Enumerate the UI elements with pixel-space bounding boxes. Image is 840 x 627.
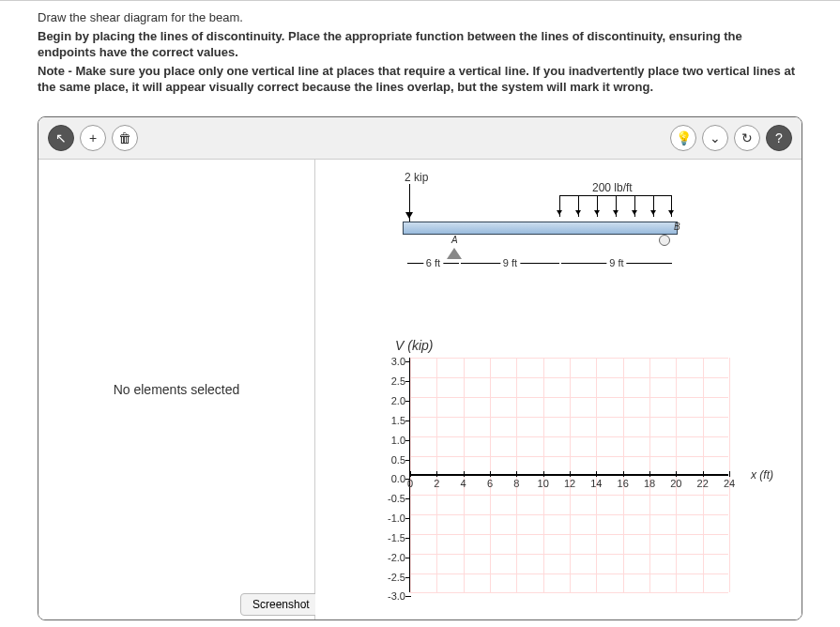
dropdown-button[interactable]: ⌄ xyxy=(702,125,728,151)
y-tick-label: -3.0 xyxy=(379,590,405,602)
support-a-label: A xyxy=(451,235,458,245)
y-tick-label: 2.5 xyxy=(379,375,405,387)
instruction-line-2: Begin by placing the lines of discontinu… xyxy=(38,29,802,61)
point-load-label: 2 kip xyxy=(405,171,428,184)
point-load-arrow-icon xyxy=(409,184,410,222)
x-tick-label: 0 xyxy=(407,478,413,489)
x-tick-label: 16 xyxy=(618,478,629,489)
add-tool-button[interactable]: + xyxy=(80,125,106,151)
x-tick-label: 20 xyxy=(670,478,681,489)
hint-button[interactable]: 💡 xyxy=(670,125,696,151)
chevron-down-icon: ⌄ xyxy=(710,130,721,145)
plus-icon: + xyxy=(89,130,97,145)
x-tick-label: 6 xyxy=(487,478,493,489)
refresh-button[interactable]: ↻ xyxy=(734,125,760,151)
shear-chart[interactable]: V (kip) 3.02.52.01.51.00.50.0-0.5-1.0-1.… xyxy=(362,338,747,592)
y-tick-label: 0.5 xyxy=(379,454,405,466)
instruction-line-3: Note - Make sure you place only one vert… xyxy=(38,64,802,96)
refresh-icon: ↻ xyxy=(741,130,753,145)
y-tick-label: 1.5 xyxy=(379,415,405,426)
cursor-icon: ↖ xyxy=(55,130,67,145)
trash-icon: 🗑 xyxy=(118,130,131,145)
divider xyxy=(0,0,840,1)
delete-tool-button[interactable]: 🗑 xyxy=(112,125,138,151)
help-button[interactable]: ? xyxy=(766,125,792,151)
instruction-line-1: Draw the shear diagram for the beam. xyxy=(38,10,802,26)
toolbar-right: 💡 ⌄ ↻ ? xyxy=(670,125,792,151)
cursor-tool-button[interactable]: ↖ xyxy=(48,125,74,151)
y-tick-label: -2.5 xyxy=(379,572,405,583)
dist-load-icon xyxy=(559,195,672,222)
x-tick-label: 8 xyxy=(513,478,519,489)
y-tick-label: -1.5 xyxy=(379,532,405,543)
y-tick-label: -2.0 xyxy=(379,552,405,563)
question-icon: ? xyxy=(775,130,783,145)
workspace: ↖ + 🗑 💡 ⌄ ↻ ? No elements selected Scree… xyxy=(38,116,802,620)
x-tick-label: 14 xyxy=(590,478,602,489)
y-tick-label: 2.0 xyxy=(379,395,405,406)
canvas-area: No elements selected Screenshot 2 kip 20… xyxy=(38,160,802,619)
x-tick-label: 4 xyxy=(461,478,466,489)
selection-status: No elements selected xyxy=(114,382,240,397)
screenshot-button[interactable]: Screenshot xyxy=(240,593,322,616)
chart-y-axis-label: V (kip) xyxy=(395,338,747,353)
x-tick-label: 2 xyxy=(434,478,439,489)
x-tick-label: 24 xyxy=(724,478,735,489)
beam-diagram: 2 kip 200 lb/ft A B 6 ft 9 ft 9 ft xyxy=(400,178,783,319)
dist-load-label: 200 lb/ft xyxy=(592,181,633,194)
bulb-icon: 💡 xyxy=(676,130,692,145)
x-tick-label: 10 xyxy=(538,478,549,489)
x-tick-label: 12 xyxy=(564,478,575,489)
y-tick-label: 3.0 xyxy=(379,356,405,367)
chart-x-axis-label: x (ft) xyxy=(751,468,773,482)
y-tick-label: -1.0 xyxy=(379,512,405,524)
y-tick-label: -0.5 xyxy=(379,493,405,504)
chart-grid[interactable]: x (ft) 024681012141618202224 xyxy=(409,358,728,592)
dimension-1: 6 ft xyxy=(407,263,459,264)
y-tick-label: 1.0 xyxy=(379,435,405,446)
y-tick-label: 0.0 xyxy=(379,473,405,484)
x-tick-label: 18 xyxy=(644,478,655,489)
instructions-block: Draw the shear diagram for the beam. Beg… xyxy=(0,10,840,107)
right-panel[interactable]: 2 kip 200 lb/ft A B 6 ft 9 ft 9 ft xyxy=(315,160,802,619)
dimension-2: 9 ft xyxy=(461,263,559,264)
x-tick-label: 22 xyxy=(697,478,709,489)
beam-body xyxy=(403,222,678,235)
toolbar: ↖ + 🗑 💡 ⌄ ↻ ? xyxy=(38,117,802,160)
left-panel: No elements selected Screenshot xyxy=(38,160,315,619)
toolbar-left: ↖ + 🗑 xyxy=(48,125,138,151)
dimension-3: 9 ft xyxy=(561,263,672,264)
support-b-label: B xyxy=(674,222,680,232)
